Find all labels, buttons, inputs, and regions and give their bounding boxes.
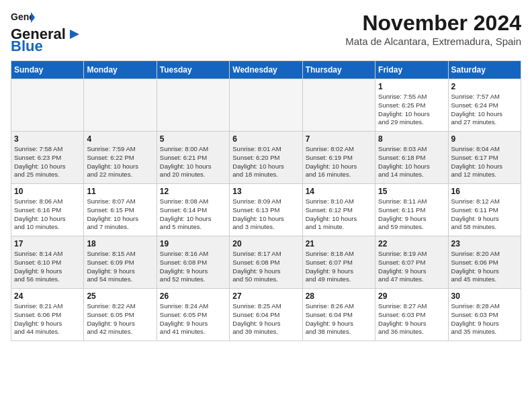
calendar-cell: 19Sunrise: 8:16 AMSunset: 6:08 PMDayligh… (157, 236, 229, 289)
day-number: 2 (451, 82, 518, 91)
calendar-cell: 5Sunrise: 8:00 AMSunset: 6:21 PMDaylight… (157, 132, 229, 184)
calendar-week-5: 24Sunrise: 8:21 AMSunset: 6:06 PMDayligh… (11, 289, 521, 341)
calendar-week-1: 1Sunrise: 7:55 AMSunset: 6:25 PMDaylight… (11, 79, 521, 132)
calendar-cell: 14Sunrise: 8:10 AMSunset: 6:12 PMDayligh… (302, 184, 375, 236)
day-info: Sunrise: 8:12 AMSunset: 6:11 PMDaylight:… (451, 197, 518, 232)
day-info: Sunrise: 8:20 AMSunset: 6:06 PMDaylight:… (451, 250, 518, 284)
day-number: 10 (14, 187, 81, 196)
day-info: Sunrise: 8:25 AMSunset: 6:04 PMDaylight:… (232, 302, 299, 336)
day-info: Sunrise: 8:19 AMSunset: 6:07 PMDaylight:… (378, 250, 445, 284)
day-number: 20 (232, 239, 299, 248)
day-info: Sunrise: 8:02 AMSunset: 6:19 PMDaylight:… (306, 145, 372, 179)
calendar-cell (11, 79, 84, 132)
calendar-cell: 25Sunrise: 8:22 AMSunset: 6:05 PMDayligh… (84, 289, 157, 341)
day-number: 22 (378, 239, 445, 248)
day-info: Sunrise: 8:28 AMSunset: 6:03 PMDaylight:… (451, 302, 518, 336)
day-number: 15 (378, 187, 445, 196)
calendar-table: SundayMondayTuesdayWednesdayThursdayFrid… (11, 60, 521, 341)
day-info: Sunrise: 8:26 AMSunset: 6:04 PMDaylight:… (306, 302, 372, 336)
day-info: Sunrise: 8:22 AMSunset: 6:05 PMDaylight:… (87, 302, 153, 336)
day-number: 24 (14, 291, 81, 301)
calendar-cell: 27Sunrise: 8:25 AMSunset: 6:04 PMDayligh… (230, 289, 302, 341)
day-number: 3 (14, 134, 81, 144)
day-info: Sunrise: 8:14 AMSunset: 6:10 PMDaylight:… (14, 250, 81, 284)
calendar-cell: 10Sunrise: 8:06 AMSunset: 6:16 PMDayligh… (11, 184, 84, 236)
day-info: Sunrise: 7:59 AMSunset: 6:22 PMDaylight:… (87, 145, 153, 179)
calendar-cell: 24Sunrise: 8:21 AMSunset: 6:06 PMDayligh… (11, 289, 84, 341)
day-number: 30 (451, 291, 518, 301)
calendar-cell: 21Sunrise: 8:18 AMSunset: 6:07 PMDayligh… (302, 236, 375, 289)
calendar-cell (230, 79, 302, 132)
calendar-cell: 29Sunrise: 8:27 AMSunset: 6:03 PMDayligh… (375, 289, 448, 341)
calendar-cell: 6Sunrise: 8:01 AMSunset: 6:20 PMDaylight… (230, 132, 302, 184)
calendar-header-row: SundayMondayTuesdayWednesdayThursdayFrid… (11, 61, 521, 79)
calendar-cell: 1Sunrise: 7:55 AMSunset: 6:25 PMDaylight… (375, 79, 448, 132)
day-number: 28 (306, 291, 372, 301)
day-header-tuesday: Tuesday (157, 61, 229, 79)
day-number: 26 (160, 291, 226, 301)
day-info: Sunrise: 8:11 AMSunset: 6:11 PMDaylight:… (378, 197, 445, 232)
day-info: Sunrise: 8:01 AMSunset: 6:20 PMDaylight:… (232, 145, 299, 179)
calendar-week-3: 10Sunrise: 8:06 AMSunset: 6:16 PMDayligh… (11, 184, 521, 236)
day-number: 16 (451, 187, 518, 196)
page-header: General General Blue November 2024 Mata … (11, 11, 521, 55)
day-number: 5 (160, 134, 226, 144)
calendar-cell: 4Sunrise: 7:59 AMSunset: 6:22 PMDaylight… (84, 132, 157, 184)
day-info: Sunrise: 8:04 AMSunset: 6:17 PMDaylight:… (451, 145, 518, 179)
day-info: Sunrise: 8:08 AMSunset: 6:14 PMDaylight:… (160, 197, 226, 232)
logo-arrow-icon (67, 27, 82, 42)
day-header-thursday: Thursday (302, 61, 375, 79)
day-header-monday: Monday (84, 61, 157, 79)
day-number: 6 (232, 134, 299, 144)
calendar-week-4: 17Sunrise: 8:14 AMSunset: 6:10 PMDayligh… (11, 236, 521, 289)
calendar-cell: 20Sunrise: 8:17 AMSunset: 6:08 PMDayligh… (230, 236, 302, 289)
day-info: Sunrise: 8:17 AMSunset: 6:08 PMDaylight:… (232, 250, 299, 284)
calendar-cell: 11Sunrise: 8:07 AMSunset: 6:15 PMDayligh… (84, 184, 157, 236)
calendar-cell: 28Sunrise: 8:26 AMSunset: 6:04 PMDayligh… (302, 289, 375, 341)
day-number: 19 (160, 239, 226, 248)
calendar-cell: 13Sunrise: 8:09 AMSunset: 6:13 PMDayligh… (230, 184, 302, 236)
day-info: Sunrise: 8:10 AMSunset: 6:12 PMDaylight:… (306, 197, 372, 232)
day-number: 7 (306, 134, 372, 144)
calendar-cell (84, 79, 157, 132)
day-info: Sunrise: 8:07 AMSunset: 6:15 PMDaylight:… (87, 197, 153, 232)
day-info: Sunrise: 8:15 AMSunset: 6:09 PMDaylight:… (87, 250, 153, 284)
day-info: Sunrise: 7:57 AMSunset: 6:24 PMDaylight:… (451, 93, 518, 127)
calendar-cell: 8Sunrise: 8:03 AMSunset: 6:18 PMDaylight… (375, 132, 448, 184)
calendar-cell: 3Sunrise: 7:58 AMSunset: 6:23 PMDaylight… (11, 132, 84, 184)
calendar-cell: 15Sunrise: 8:11 AMSunset: 6:11 PMDayligh… (375, 184, 448, 236)
day-number: 27 (232, 291, 299, 301)
day-number: 21 (306, 239, 372, 248)
title-area: November 2024 Mata de Alcantara, Extrema… (345, 11, 521, 47)
month-title: November 2024 (345, 11, 521, 36)
day-info: Sunrise: 8:09 AMSunset: 6:13 PMDaylight:… (232, 197, 299, 232)
day-number: 11 (87, 187, 153, 196)
day-number: 8 (378, 134, 445, 144)
day-info: Sunrise: 8:00 AMSunset: 6:21 PMDaylight:… (160, 145, 226, 179)
location-subtitle: Mata de Alcantara, Extremadura, Spain (345, 36, 521, 47)
day-header-wednesday: Wednesday (230, 61, 302, 79)
day-info: Sunrise: 7:58 AMSunset: 6:23 PMDaylight:… (14, 145, 81, 179)
calendar-cell: 7Sunrise: 8:02 AMSunset: 6:19 PMDaylight… (302, 132, 375, 184)
day-info: Sunrise: 8:16 AMSunset: 6:08 PMDaylight:… (160, 250, 226, 284)
calendar-cell: 26Sunrise: 8:24 AMSunset: 6:05 PMDayligh… (157, 289, 229, 341)
calendar-cell: 9Sunrise: 8:04 AMSunset: 6:17 PMDaylight… (448, 132, 521, 184)
calendar-cell: 23Sunrise: 8:20 AMSunset: 6:06 PMDayligh… (448, 236, 521, 289)
day-info: Sunrise: 8:06 AMSunset: 6:16 PMDaylight:… (14, 197, 81, 232)
day-header-friday: Friday (375, 61, 448, 79)
calendar-cell: 2Sunrise: 7:57 AMSunset: 6:24 PMDaylight… (448, 79, 521, 132)
day-info: Sunrise: 8:27 AMSunset: 6:03 PMDaylight:… (378, 302, 445, 336)
calendar-cell: 17Sunrise: 8:14 AMSunset: 6:10 PMDayligh… (11, 236, 84, 289)
calendar-cell: 30Sunrise: 8:28 AMSunset: 6:03 PMDayligh… (448, 289, 521, 341)
calendar-cell: 18Sunrise: 8:15 AMSunset: 6:09 PMDayligh… (84, 236, 157, 289)
calendar-week-2: 3Sunrise: 7:58 AMSunset: 6:23 PMDaylight… (11, 132, 521, 184)
day-number: 13 (232, 187, 299, 196)
day-number: 25 (87, 291, 153, 301)
day-number: 23 (451, 239, 518, 248)
calendar-cell: 12Sunrise: 8:08 AMSunset: 6:14 PMDayligh… (157, 184, 229, 236)
calendar-cell (302, 79, 375, 132)
day-number: 14 (306, 187, 372, 196)
logo: General General Blue (11, 11, 82, 55)
day-number: 29 (378, 291, 445, 301)
calendar-cell (157, 79, 229, 132)
